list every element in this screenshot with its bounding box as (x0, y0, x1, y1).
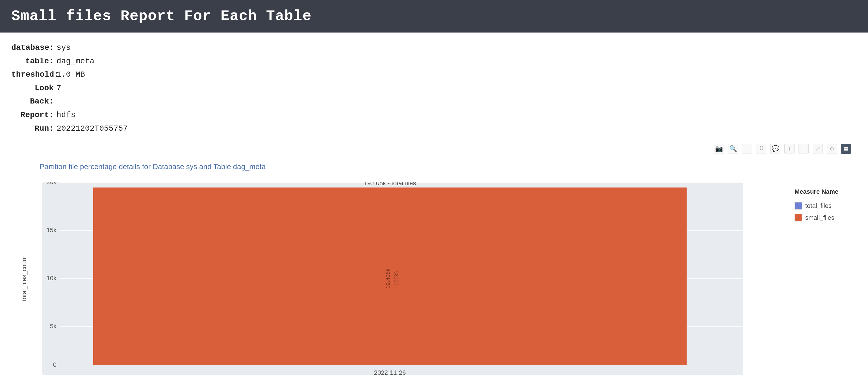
run-value: 20221202T055757 (57, 122, 128, 136)
svg-text:15k: 15k (46, 227, 57, 234)
legend-title: Measure Name (795, 188, 845, 195)
legend-swatch-total-files (795, 202, 802, 209)
minus-icon[interactable]: － (799, 144, 809, 154)
chart-title: Partition file percentage details for Da… (39, 162, 851, 171)
legend-item-total-files: total_files (795, 202, 845, 209)
legend-swatch-small-files (795, 214, 802, 222)
meta-row-table: table: dag_meta (11, 55, 857, 68)
database-value: sys (57, 41, 71, 55)
legend-label-total-files: total_files (805, 202, 832, 209)
meta-row-report: Report: hdfs (11, 108, 857, 122)
chart-plot: 0 5k 10k 15k 20k 19.408k - total files 1… (42, 182, 778, 375)
svg-text:20k: 20k (46, 182, 57, 185)
page-header: Small files Report For Each Table (0, 0, 868, 32)
camera-icon[interactable]: 📷 (714, 144, 724, 154)
svg-text:19.408k: 19.408k (385, 268, 391, 289)
table-value: dag_meta (57, 55, 94, 68)
table-label: table: (11, 55, 57, 68)
chart-svg: 0 5k 10k 15k 20k 19.408k - total files 1… (42, 182, 743, 375)
legend-item-small-files: small_files (795, 214, 845, 222)
plus-icon[interactable]: ＋ (742, 144, 752, 154)
report-label: Report: (11, 108, 57, 122)
page-title: Small files Report For Each Table (11, 8, 312, 25)
lookback-label: Look Back: (11, 82, 57, 108)
run-label: Run: (11, 122, 57, 136)
chart-container: Partition file percentage details for Da… (0, 157, 868, 375)
legend-label-small-files: small_files (805, 214, 834, 222)
chart-toolbar: 📷 🔍 ＋ ⠿ 💬 ＋ － ⤢ ⚙ ▦ (0, 141, 868, 157)
svg-text:19.408k - total files: 19.408k - total files (364, 182, 416, 186)
chart-icon[interactable]: ▦ (841, 144, 851, 154)
svg-text:0: 0 (53, 361, 57, 368)
y-axis-label: total_files_count (20, 256, 28, 301)
zoom-icon[interactable]: 🔍 (728, 144, 738, 154)
y-axis-label-container: total_files_count (17, 182, 31, 375)
comment-icon[interactable]: 💬 (770, 144, 780, 154)
report-value: hdfs (57, 108, 75, 122)
threshold-label: threshold: (11, 68, 57, 82)
svg-text:2022-11-26: 2022-11-26 (374, 369, 406, 375)
add-icon[interactable]: ＋ (784, 144, 795, 154)
gear-icon[interactable]: ⚙ (827, 144, 837, 154)
meta-row-threshold: threshold: 1.0 MB (11, 68, 857, 82)
lookback-value: 7 (57, 82, 61, 95)
meta-row-lookback: Look Back: 7 (11, 82, 857, 108)
svg-text:100%: 100% (393, 271, 400, 286)
dotted-icon[interactable]: ⠿ (756, 144, 766, 154)
meta-section: database: sys table: dag_meta threshold:… (0, 32, 868, 141)
meta-row-database: database: sys (11, 41, 857, 55)
threshold-value: 1.0 MB (57, 68, 85, 82)
chart-area: total_files_count 0 5k 10k 15k 20k (17, 182, 851, 375)
svg-text:10k: 10k (46, 275, 57, 282)
meta-row-run: Run: 20221202T055757 (11, 122, 857, 136)
expand-icon[interactable]: ⤢ (813, 144, 823, 154)
chart-legend: Measure Name total_files small_files (789, 182, 851, 227)
svg-text:5k: 5k (50, 323, 57, 330)
database-label: database: (11, 41, 57, 55)
